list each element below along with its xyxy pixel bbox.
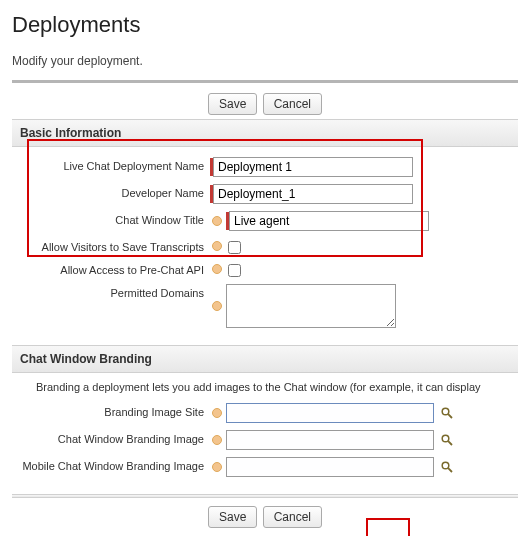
save-button-top[interactable]: Save — [208, 93, 257, 115]
svg-point-2 — [442, 435, 449, 442]
input-mobile-branding-image[interactable] — [226, 457, 434, 477]
help-icon[interactable] — [212, 408, 222, 418]
basic-form-area: Live Chat Deployment Name Developer Name… — [12, 147, 518, 345]
bottom-button-row: Save Cancel — [12, 498, 518, 536]
divider — [12, 80, 518, 83]
help-icon[interactable] — [212, 301, 222, 311]
section-chat-window-branding: Chat Window Branding — [12, 345, 518, 373]
input-chat-window-branding-image[interactable] — [226, 430, 434, 450]
label-permitted-domains: Permitted Domains — [18, 284, 210, 299]
input-chat-window-title[interactable] — [229, 211, 429, 231]
textarea-permitted-domains[interactable] — [226, 284, 396, 328]
svg-line-5 — [448, 468, 452, 472]
lookup-icon[interactable] — [440, 460, 454, 474]
help-icon[interactable] — [212, 241, 222, 251]
branding-form-area: Branding Image Site Chat Window Branding… — [12, 403, 518, 494]
svg-point-0 — [442, 408, 449, 415]
label-deployment-name: Live Chat Deployment Name — [18, 157, 210, 172]
label-chat-window-title: Chat Window Title — [18, 211, 210, 226]
label-allow-save-transcripts: Allow Visitors to Save Transcripts — [18, 238, 210, 253]
label-mobile-branding-image: Mobile Chat Window Branding Image — [18, 457, 210, 472]
svg-line-1 — [448, 414, 452, 418]
page-subtitle: Modify your deployment. — [12, 54, 518, 68]
lookup-icon[interactable] — [440, 433, 454, 447]
section-basic-information: Basic Information — [12, 119, 518, 147]
input-branding-image-site[interactable] — [226, 403, 434, 423]
label-branding-image-site: Branding Image Site — [18, 403, 210, 418]
checkbox-allow-save-transcripts[interactable] — [228, 241, 241, 254]
lookup-icon[interactable] — [440, 406, 454, 420]
label-developer-name: Developer Name — [18, 184, 210, 199]
top-button-row: Save Cancel — [12, 89, 518, 119]
svg-line-3 — [448, 441, 452, 445]
input-developer-name[interactable] — [213, 184, 413, 204]
help-icon[interactable] — [212, 216, 222, 226]
label-allow-prechat-api: Allow Access to Pre-Chat API — [18, 261, 210, 276]
svg-point-4 — [442, 462, 449, 469]
save-button-bottom[interactable]: Save — [208, 506, 257, 528]
help-icon[interactable] — [212, 462, 222, 472]
cancel-button-bottom[interactable]: Cancel — [263, 506, 322, 528]
help-icon[interactable] — [212, 264, 222, 274]
input-deployment-name[interactable] — [213, 157, 413, 177]
branding-description: Branding a deployment lets you add image… — [12, 373, 518, 403]
cancel-button-top[interactable]: Cancel — [263, 93, 322, 115]
checkbox-allow-prechat-api[interactable] — [228, 264, 241, 277]
label-chat-window-branding-image: Chat Window Branding Image — [18, 430, 210, 445]
help-icon[interactable] — [212, 435, 222, 445]
page-title: Deployments — [12, 12, 518, 38]
